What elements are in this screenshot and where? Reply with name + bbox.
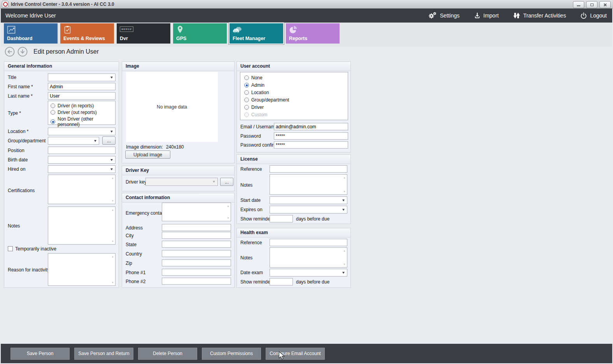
phone2-field[interactable] [162, 278, 231, 285]
panel-title: User account [237, 62, 350, 71]
last-name-field[interactable] [48, 92, 116, 100]
chevron-down-icon [110, 77, 113, 79]
health-days-before-due-label: days before due [296, 279, 329, 285]
health-show-reminder-label: Show reminder [240, 279, 272, 285]
panel-title: Image [122, 62, 234, 71]
transfer-icon [513, 12, 520, 19]
temporarily-inactive-checkbox[interactable] [8, 246, 13, 251]
health-notes-textarea[interactable]: ▲▼ [270, 247, 347, 268]
driver-key-dropdown[interactable] [145, 178, 218, 186]
role-option-group-department[interactable]: Group/department [244, 97, 344, 103]
first-name-field[interactable] [48, 83, 116, 90]
role-option-location[interactable]: Location [244, 90, 344, 95]
pie-chart-icon [289, 25, 298, 34]
driver-key-more-button[interactable]: ... [220, 178, 233, 186]
logout-label: Logout [590, 12, 607, 19]
start-date-dropdown[interactable] [270, 196, 347, 204]
save-person-button[interactable]: Save Person [11, 348, 70, 360]
radio-selected-icon [244, 83, 249, 88]
license-days-before-due-label: days before due [296, 216, 329, 222]
back-button[interactable] [5, 47, 15, 57]
power-icon [580, 12, 587, 19]
role-option-admin[interactable]: Admin [244, 82, 344, 88]
group-department-label: Group/department [8, 138, 46, 144]
email-username-field[interactable] [274, 123, 348, 130]
password-confirm-label: Password confirm [240, 142, 277, 148]
user-account-panel: User account None Admin Location Group/d… [236, 61, 351, 152]
maximize-icon [590, 4, 594, 6]
action-bar: Save Person Save Person and Return Delet… [1, 344, 612, 363]
hired-on-dropdown[interactable] [48, 165, 116, 173]
no-image-text: No image data [157, 104, 187, 110]
scroll-up-icon: ▲ [343, 249, 346, 252]
position-field[interactable] [48, 147, 116, 154]
phone1-field[interactable] [162, 269, 231, 276]
tab-fleet-manager[interactable]: Fleet Manager [229, 23, 283, 44]
license-reference-field[interactable] [270, 165, 347, 173]
close-button[interactable] [599, 1, 611, 8]
state-field[interactable] [162, 241, 231, 248]
radio-icon [51, 110, 55, 115]
certifications-textarea[interactable]: ▲▼ [48, 175, 116, 204]
minimize-button[interactable] [573, 1, 584, 8]
chevron-down-icon [110, 131, 113, 133]
save-person-and-return-button[interactable]: Save Person and Return [74, 348, 133, 360]
account-role-radio-group: None Admin Location Group/department Dri… [240, 72, 348, 120]
group-department-more-button[interactable]: ... [102, 136, 116, 145]
tab-dvr[interactable]: MERGE Dvr [117, 23, 170, 44]
maximize-button[interactable] [586, 1, 597, 8]
arrow-left-icon [5, 47, 15, 57]
tab-dashboard[interactable]: Dashboard [4, 23, 58, 44]
chevron-down-icon [342, 209, 345, 211]
logout-button[interactable]: Logout [580, 11, 607, 20]
expires-on-dropdown[interactable] [270, 206, 347, 214]
dvr-logo-icon: MERGE [120, 26, 133, 32]
tab-events-reviews[interactable]: Events & Reviews [60, 23, 114, 44]
import-button[interactable]: Import [474, 11, 499, 20]
zip-field[interactable] [162, 259, 231, 266]
scroll-down-icon: ▼ [343, 263, 346, 266]
last-name-label: Last name * [8, 93, 33, 99]
birth-date-dropdown[interactable] [48, 156, 116, 164]
chevron-down-icon [213, 181, 215, 183]
scroll-up-icon: ▲ [111, 208, 114, 211]
password-field[interactable] [274, 132, 348, 140]
settings-label: Settings [440, 12, 460, 19]
health-reminder-days-field[interactable] [270, 278, 293, 285]
settings-button[interactable]: Settings [428, 11, 460, 20]
location-dropdown[interactable] [48, 128, 116, 135]
minimize-icon [577, 5, 580, 6]
tab-reports[interactable]: Reports [286, 23, 340, 44]
image-dimension-value: 240x180 [166, 144, 184, 150]
map-pin-icon [176, 25, 184, 34]
role-option-driver[interactable]: Driver [244, 105, 344, 110]
date-exam-dropdown[interactable] [270, 269, 347, 276]
scroll-down-button[interactable] [18, 47, 28, 57]
download-icon [474, 12, 481, 19]
transfer-activities-label: Transfer Activities [523, 12, 566, 19]
health-reference-field[interactable] [270, 239, 347, 246]
type-option-driver-out[interactable]: Driver (out reports) [51, 110, 113, 115]
role-option-none[interactable]: None [244, 75, 344, 80]
reason-textarea[interactable]: ▲▼ [48, 253, 116, 286]
panel-title: General information [4, 62, 119, 71]
delete-person-button[interactable]: Delete Person [138, 348, 197, 360]
configure-email-account-button[interactable]: Configure Email Account [266, 348, 325, 360]
transfer-activities-button[interactable]: Transfer Activities [513, 11, 566, 20]
city-field[interactable] [162, 232, 231, 239]
notes-textarea[interactable]: ▲▼ [48, 206, 116, 245]
custom-permissions-button[interactable]: Custom Permissions [202, 348, 261, 360]
password-confirm-field[interactable] [274, 141, 348, 149]
type-option-non-driver[interactable]: Non Driver (other personnel) [51, 116, 113, 127]
emergency-contact-textarea[interactable]: ▲▼ [162, 203, 231, 221]
tab-gps[interactable]: GPS [173, 23, 227, 44]
license-notes-textarea[interactable]: ▲▼ [270, 174, 347, 195]
country-field[interactable] [162, 250, 231, 257]
address-field[interactable] [162, 224, 231, 231]
title-dropdown[interactable] [48, 74, 116, 81]
type-option-driver-in[interactable]: Driver (in reports) [51, 103, 113, 108]
group-department-dropdown[interactable] [48, 137, 99, 145]
radio-icon [244, 75, 249, 80]
upload-image-button[interactable]: Upload image [125, 150, 170, 159]
license-reminder-days-field[interactable] [270, 215, 293, 222]
